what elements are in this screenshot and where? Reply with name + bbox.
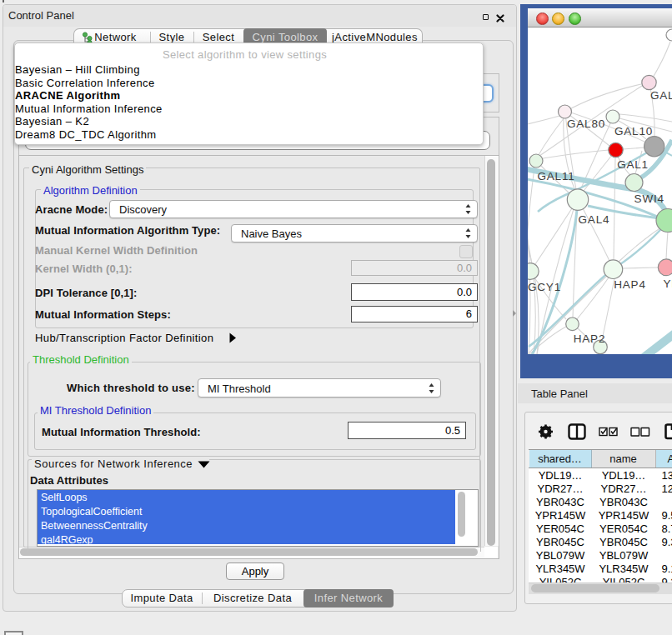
svg-text:HAP2: HAP2 (574, 332, 605, 345)
svg-text:GAL7: GAL7 (650, 89, 672, 102)
svg-text:GAL4: GAL4 (579, 213, 610, 226)
svg-text:GAL80: GAL80 (567, 118, 605, 130)
svg-text:GCY1: GCY1 (528, 281, 561, 293)
svg-text:HAP4: HAP4 (614, 278, 645, 291)
svg-text:GAL10: GAL10 (614, 125, 653, 138)
svg-text:SWI4: SWI4 (634, 192, 664, 205)
svg-text:YM: YM (664, 278, 672, 290)
svg-text:GAL11: GAL11 (537, 170, 574, 182)
svg-text:GAL1: GAL1 (617, 158, 649, 171)
